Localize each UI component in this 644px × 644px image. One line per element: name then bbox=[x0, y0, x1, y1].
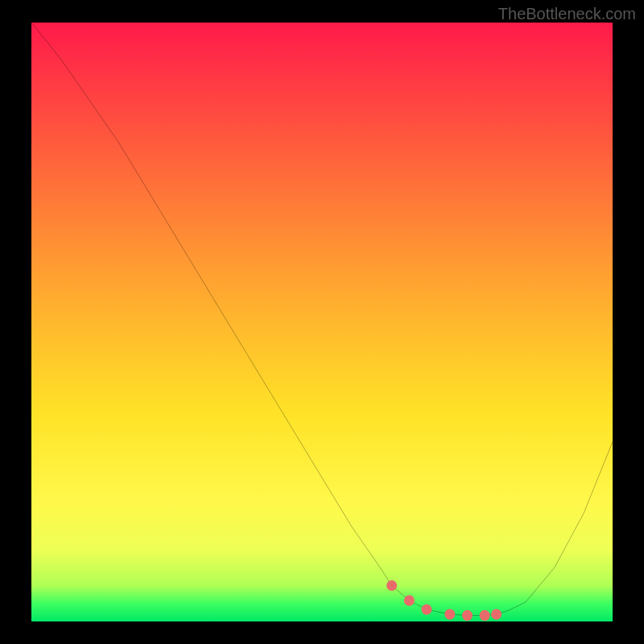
trough-markers bbox=[386, 580, 502, 621]
chart-container: TheBottleneck.com bbox=[0, 0, 644, 644]
curve-layer bbox=[31, 23, 613, 621]
trough-marker bbox=[462, 610, 473, 621]
trough-marker bbox=[444, 609, 455, 619]
trough-marker bbox=[480, 610, 490, 621]
trough-marker bbox=[421, 604, 431, 614]
plot-area bbox=[31, 23, 613, 621]
trough-marker bbox=[386, 580, 397, 591]
trough-marker bbox=[404, 595, 415, 605]
bottleneck-curve bbox=[31, 23, 613, 616]
watermark-label: TheBottleneck.com bbox=[498, 5, 636, 23]
trough-marker bbox=[491, 609, 502, 619]
